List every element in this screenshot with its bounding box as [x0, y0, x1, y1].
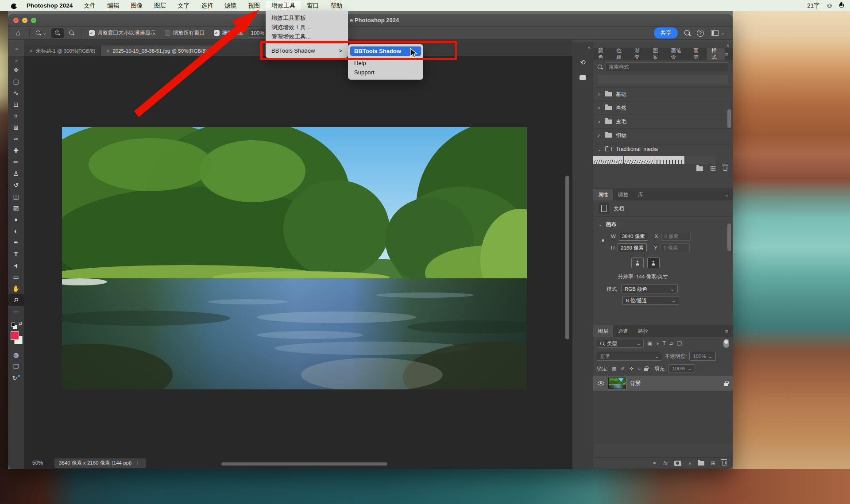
menu-plugins[interactable]: 增效工具 — [266, 1, 301, 10]
frame-tool[interactable]: ⊠ — [8, 122, 24, 133]
portrait-orientation-button[interactable] — [631, 258, 644, 268]
healing-brush-tool[interactable]: ✚ — [8, 145, 24, 156]
lock-transparency-icon[interactable]: ▦ — [611, 366, 617, 372]
menu-item-browse-plugins[interactable]: 浏览增效工具... — [266, 23, 348, 32]
menu-layer[interactable]: 图层 — [148, 1, 172, 10]
menu-type[interactable]: 文字 — [172, 1, 195, 10]
style-group-nature[interactable]: >自然 — [593, 101, 733, 115]
style-thumbnail[interactable] — [624, 156, 654, 164]
zoom-in-button[interactable]: + — [51, 28, 64, 38]
quick-mask-button[interactable]: ◍ — [8, 349, 24, 361]
zoom-tool-preset[interactable]: ⌄ — [32, 30, 50, 36]
vertical-scrollbar[interactable] — [565, 176, 569, 339]
layer-locked-icon[interactable] — [724, 383, 728, 386]
tab-styles[interactable]: 样式 — [707, 48, 725, 60]
scrubby-zoom-checkbox[interactable]: ✓细微缩放 — [209, 29, 248, 37]
dock-collapse-icon[interactable]: « — [588, 45, 590, 50]
menu-edit[interactable]: 编辑 — [101, 1, 125, 10]
menu-item-manage-plugins[interactable]: 管理增效工具... — [266, 32, 348, 41]
menu-view[interactable]: 视图 — [242, 1, 266, 10]
width-field[interactable]: 3840 像素 — [619, 232, 648, 241]
layer-filter-type-select[interactable]: 类型⌄ — [597, 339, 644, 348]
add-mask-icon[interactable] — [674, 461, 681, 466]
apple-menu[interactable] — [6, 2, 21, 9]
zoom-window-button[interactable]: + — [31, 18, 36, 23]
style-thumbnail[interactable] — [654, 156, 685, 164]
menu-item-plugins-panel[interactable]: 增效工具面板 — [266, 13, 348, 23]
eyedropper-tool[interactable]: ✑ — [8, 133, 24, 145]
history-brush-tool[interactable]: ↺ — [8, 179, 24, 191]
filter-pixel-layers-icon[interactable]: ▣ — [647, 340, 652, 346]
close-tab-icon[interactable]: × — [106, 48, 109, 54]
filter-shape-layers-icon[interactable]: ▱ — [669, 340, 673, 346]
lock-artboard-icon[interactable]: ⌗ — [637, 366, 641, 372]
menu-window[interactable]: 窗口 — [301, 1, 325, 10]
adjustment-layer-icon[interactable]: ◑ — [688, 460, 691, 466]
crop-tool[interactable]: ⌗ — [8, 110, 24, 122]
comments-panel-icon[interactable] — [576, 71, 590, 84]
tab-swatches[interactable]: 色板 — [611, 48, 630, 60]
shape-tool[interactable]: ▭ — [8, 271, 24, 283]
lock-pixels-icon[interactable]: ✐ — [620, 366, 626, 372]
new-group-icon[interactable] — [698, 461, 704, 466]
canvas-area[interactable]: 50% 3840 像素 x 2160 像素 (144 ppi) 〉 — [24, 56, 572, 469]
dodge-tool[interactable]: ◐ — [8, 225, 24, 237]
resize-windows-to-fit-checkbox[interactable]: ✓调整窗口大小以满屏显示 — [85, 29, 160, 37]
rotate-view-button[interactable]: ↻ — [8, 372, 24, 384]
history-panel-icon[interactable]: ⟲ — [576, 56, 590, 69]
filter-smart-objects-icon[interactable]: ❏ — [677, 340, 682, 346]
search-icon[interactable] — [684, 30, 690, 36]
menu-help[interactable]: 帮助 — [325, 1, 348, 10]
style-group-fabric[interactable]: >织物 — [593, 128, 733, 142]
document-tab-active[interactable]: × 2025-10-19_08-38-51.jpg @ 50%(RGB/8) — [101, 46, 212, 56]
trash-icon[interactable] — [723, 166, 727, 171]
pen-tool[interactable]: ✒ — [8, 237, 24, 248]
type-tool[interactable]: T — [8, 248, 24, 260]
status-zoom-level[interactable]: 50% — [32, 460, 43, 466]
layer-thumbnail[interactable] — [608, 377, 626, 389]
lock-all-icon[interactable] — [644, 368, 648, 371]
minimize-window-button[interactable]: − — [22, 18, 27, 23]
tab-gradients[interactable]: 渐变 — [630, 48, 648, 60]
lock-position-icon[interactable]: ✜ — [629, 366, 634, 372]
menu-select[interactable]: 选择 — [195, 1, 219, 10]
layer-effects-icon[interactable]: fx — [663, 460, 667, 466]
document-tab-untitled[interactable]: × 未标题-1 @ 300%(RGB/8) — [24, 46, 101, 56]
menu-image[interactable]: 图像 — [125, 1, 148, 10]
panel-menu-icon[interactable]: ≡ — [725, 189, 733, 200]
opacity-select[interactable]: 100%⌄ — [689, 352, 716, 361]
document-image[interactable] — [62, 127, 527, 389]
delete-layer-icon[interactable] — [722, 461, 726, 466]
blur-tool[interactable]: ♦ — [8, 214, 24, 225]
tab-paths[interactable]: 路径 — [633, 325, 653, 337]
gradient-tool[interactable]: ▨ — [8, 202, 24, 214]
style-group-traditional-media[interactable]: ⌄Traditional_media — [593, 142, 733, 156]
close-tab-icon[interactable]: × — [30, 48, 33, 54]
home-icon[interactable]: ⌂ — [8, 29, 27, 38]
hand-tool[interactable]: ✋ — [8, 283, 24, 294]
tab-brush-settings[interactable]: 画笔设 — [666, 48, 689, 60]
tab-color[interactable]: 颜色 — [593, 48, 611, 60]
menu-filter[interactable]: 滤镜 — [219, 1, 242, 10]
filter-type-layers-icon[interactable]: T — [663, 340, 666, 346]
styles-search-input[interactable] — [606, 62, 728, 71]
zoom-out-button[interactable]: − — [66, 28, 78, 38]
close-window-button[interactable]: × — [13, 18, 19, 23]
tab-libraries[interactable]: 库 — [633, 189, 648, 200]
height-field[interactable]: 2160 像素 — [618, 243, 647, 252]
new-style-icon[interactable]: ⊞ — [710, 164, 716, 173]
blend-mode-select[interactable]: 正常⌄ — [597, 352, 662, 361]
layer-visibility-eye-icon[interactable] — [598, 381, 604, 385]
color-mode-select[interactable]: RGB 颜色⌄ — [621, 285, 678, 293]
zoom-tool[interactable]: ⚲ — [8, 294, 24, 306]
emoji-menu-icon[interactable]: ☺ — [826, 2, 833, 10]
fill-select[interactable]: 100%⌄ — [668, 364, 695, 373]
brush-tool[interactable]: ✏ — [8, 156, 24, 168]
share-button[interactable]: 共享 — [654, 27, 678, 38]
lasso-tool[interactable]: ∿ — [8, 87, 24, 99]
clone-stamp-tool[interactable]: ♙ — [8, 168, 24, 179]
zoom-all-windows-checkbox[interactable]: 缩放所有窗口 — [160, 29, 209, 37]
help-icon[interactable]: ? — [697, 30, 704, 37]
tab-properties[interactable]: 属性 — [593, 189, 613, 200]
tab-patterns[interactable]: 图案 — [648, 48, 666, 60]
